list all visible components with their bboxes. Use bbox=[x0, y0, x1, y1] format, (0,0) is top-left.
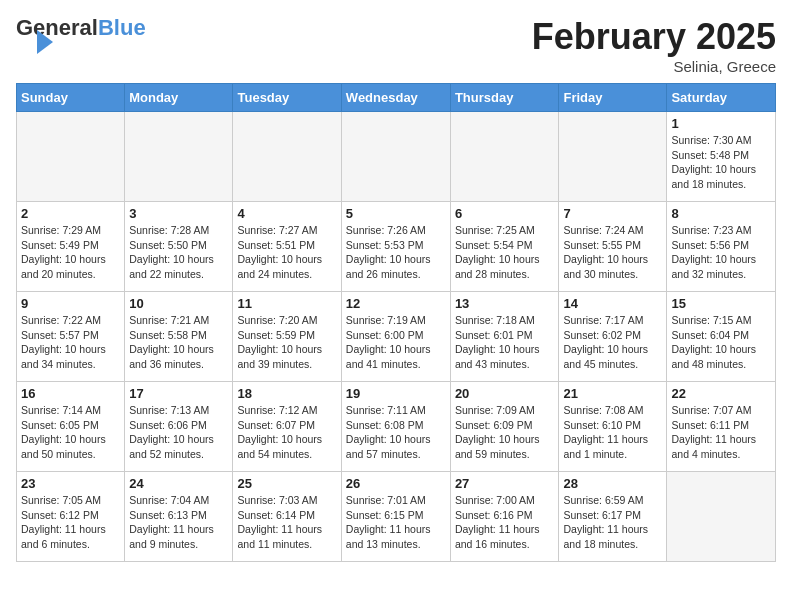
day-number: 25 bbox=[237, 476, 336, 491]
day-number: 22 bbox=[671, 386, 771, 401]
day-info: Sunrise: 7:18 AM Sunset: 6:01 PM Dayligh… bbox=[455, 313, 555, 372]
day-info: Sunrise: 7:27 AM Sunset: 5:51 PM Dayligh… bbox=[237, 223, 336, 282]
day-header-saturday: Saturday bbox=[667, 84, 776, 112]
calendar-week-2: 2Sunrise: 7:29 AM Sunset: 5:49 PM Daylig… bbox=[17, 202, 776, 292]
day-number: 23 bbox=[21, 476, 120, 491]
day-info: Sunrise: 7:20 AM Sunset: 5:59 PM Dayligh… bbox=[237, 313, 336, 372]
day-number: 2 bbox=[21, 206, 120, 221]
calendar-cell bbox=[450, 112, 559, 202]
day-info: Sunrise: 7:21 AM Sunset: 5:58 PM Dayligh… bbox=[129, 313, 228, 372]
day-number: 14 bbox=[563, 296, 662, 311]
calendar-cell: 22Sunrise: 7:07 AM Sunset: 6:11 PM Dayli… bbox=[667, 382, 776, 472]
day-info: Sunrise: 7:24 AM Sunset: 5:55 PM Dayligh… bbox=[563, 223, 662, 282]
calendar-cell: 8Sunrise: 7:23 AM Sunset: 5:56 PM Daylig… bbox=[667, 202, 776, 292]
day-number: 16 bbox=[21, 386, 120, 401]
day-number: 11 bbox=[237, 296, 336, 311]
day-info: Sunrise: 7:17 AM Sunset: 6:02 PM Dayligh… bbox=[563, 313, 662, 372]
day-header-wednesday: Wednesday bbox=[341, 84, 450, 112]
day-number: 20 bbox=[455, 386, 555, 401]
day-info: Sunrise: 7:30 AM Sunset: 5:48 PM Dayligh… bbox=[671, 133, 771, 192]
day-info: Sunrise: 7:00 AM Sunset: 6:16 PM Dayligh… bbox=[455, 493, 555, 552]
day-number: 18 bbox=[237, 386, 336, 401]
calendar-cell: 4Sunrise: 7:27 AM Sunset: 5:51 PM Daylig… bbox=[233, 202, 341, 292]
logo-arrow-icon bbox=[37, 30, 53, 54]
calendar-table: SundayMondayTuesdayWednesdayThursdayFrid… bbox=[16, 83, 776, 562]
day-number: 4 bbox=[237, 206, 336, 221]
calendar-week-5: 23Sunrise: 7:05 AM Sunset: 6:12 PM Dayli… bbox=[17, 472, 776, 562]
calendar-cell: 15Sunrise: 7:15 AM Sunset: 6:04 PM Dayli… bbox=[667, 292, 776, 382]
calendar-cell: 6Sunrise: 7:25 AM Sunset: 5:54 PM Daylig… bbox=[450, 202, 559, 292]
day-number: 27 bbox=[455, 476, 555, 491]
day-info: Sunrise: 7:04 AM Sunset: 6:13 PM Dayligh… bbox=[129, 493, 228, 552]
location-subtitle: Selinia, Greece bbox=[532, 58, 776, 75]
day-info: Sunrise: 7:13 AM Sunset: 6:06 PM Dayligh… bbox=[129, 403, 228, 462]
day-info: Sunrise: 7:09 AM Sunset: 6:09 PM Dayligh… bbox=[455, 403, 555, 462]
calendar-cell: 28Sunrise: 6:59 AM Sunset: 6:17 PM Dayli… bbox=[559, 472, 667, 562]
calendar-cell: 25Sunrise: 7:03 AM Sunset: 6:14 PM Dayli… bbox=[233, 472, 341, 562]
calendar-cell bbox=[17, 112, 125, 202]
day-number: 12 bbox=[346, 296, 446, 311]
title-block: February 2025 Selinia, Greece bbox=[532, 16, 776, 75]
day-number: 13 bbox=[455, 296, 555, 311]
day-info: Sunrise: 7:08 AM Sunset: 6:10 PM Dayligh… bbox=[563, 403, 662, 462]
day-info: Sunrise: 7:05 AM Sunset: 6:12 PM Dayligh… bbox=[21, 493, 120, 552]
calendar-cell: 24Sunrise: 7:04 AM Sunset: 6:13 PM Dayli… bbox=[125, 472, 233, 562]
calendar-cell: 1Sunrise: 7:30 AM Sunset: 5:48 PM Daylig… bbox=[667, 112, 776, 202]
logo-general-text: General bbox=[16, 15, 98, 40]
calendar-cell: 23Sunrise: 7:05 AM Sunset: 6:12 PM Dayli… bbox=[17, 472, 125, 562]
day-number: 6 bbox=[455, 206, 555, 221]
day-number: 5 bbox=[346, 206, 446, 221]
calendar-cell: 20Sunrise: 7:09 AM Sunset: 6:09 PM Dayli… bbox=[450, 382, 559, 472]
day-number: 19 bbox=[346, 386, 446, 401]
day-info: Sunrise: 7:23 AM Sunset: 5:56 PM Dayligh… bbox=[671, 223, 771, 282]
calendar-cell: 26Sunrise: 7:01 AM Sunset: 6:15 PM Dayli… bbox=[341, 472, 450, 562]
day-info: Sunrise: 7:25 AM Sunset: 5:54 PM Dayligh… bbox=[455, 223, 555, 282]
day-info: Sunrise: 7:03 AM Sunset: 6:14 PM Dayligh… bbox=[237, 493, 336, 552]
calendar-cell: 18Sunrise: 7:12 AM Sunset: 6:07 PM Dayli… bbox=[233, 382, 341, 472]
day-number: 15 bbox=[671, 296, 771, 311]
day-header-tuesday: Tuesday bbox=[233, 84, 341, 112]
day-info: Sunrise: 6:59 AM Sunset: 6:17 PM Dayligh… bbox=[563, 493, 662, 552]
day-info: Sunrise: 7:07 AM Sunset: 6:11 PM Dayligh… bbox=[671, 403, 771, 462]
calendar-cell bbox=[559, 112, 667, 202]
calendar-cell: 9Sunrise: 7:22 AM Sunset: 5:57 PM Daylig… bbox=[17, 292, 125, 382]
calendar-cell bbox=[667, 472, 776, 562]
day-header-monday: Monday bbox=[125, 84, 233, 112]
calendar-week-1: 1Sunrise: 7:30 AM Sunset: 5:48 PM Daylig… bbox=[17, 112, 776, 202]
day-info: Sunrise: 7:22 AM Sunset: 5:57 PM Dayligh… bbox=[21, 313, 120, 372]
page-header: GeneralBlue February 2025 Selinia, Greec… bbox=[16, 16, 776, 75]
day-number: 3 bbox=[129, 206, 228, 221]
month-title: February 2025 bbox=[532, 16, 776, 58]
day-info: Sunrise: 7:12 AM Sunset: 6:07 PM Dayligh… bbox=[237, 403, 336, 462]
day-info: Sunrise: 7:14 AM Sunset: 6:05 PM Dayligh… bbox=[21, 403, 120, 462]
day-number: 1 bbox=[671, 116, 771, 131]
calendar-cell: 27Sunrise: 7:00 AM Sunset: 6:16 PM Dayli… bbox=[450, 472, 559, 562]
calendar-cell: 3Sunrise: 7:28 AM Sunset: 5:50 PM Daylig… bbox=[125, 202, 233, 292]
calendar-cell: 17Sunrise: 7:13 AM Sunset: 6:06 PM Dayli… bbox=[125, 382, 233, 472]
calendar-week-4: 16Sunrise: 7:14 AM Sunset: 6:05 PM Dayli… bbox=[17, 382, 776, 472]
calendar-cell bbox=[341, 112, 450, 202]
calendar-cell: 2Sunrise: 7:29 AM Sunset: 5:49 PM Daylig… bbox=[17, 202, 125, 292]
day-header-thursday: Thursday bbox=[450, 84, 559, 112]
calendar-cell: 16Sunrise: 7:14 AM Sunset: 6:05 PM Dayli… bbox=[17, 382, 125, 472]
day-number: 26 bbox=[346, 476, 446, 491]
calendar-cell bbox=[233, 112, 341, 202]
calendar-cell: 14Sunrise: 7:17 AM Sunset: 6:02 PM Dayli… bbox=[559, 292, 667, 382]
calendar-cell bbox=[125, 112, 233, 202]
day-info: Sunrise: 7:26 AM Sunset: 5:53 PM Dayligh… bbox=[346, 223, 446, 282]
calendar-cell: 12Sunrise: 7:19 AM Sunset: 6:00 PM Dayli… bbox=[341, 292, 450, 382]
calendar-cell: 11Sunrise: 7:20 AM Sunset: 5:59 PM Dayli… bbox=[233, 292, 341, 382]
calendar-cell: 7Sunrise: 7:24 AM Sunset: 5:55 PM Daylig… bbox=[559, 202, 667, 292]
day-info: Sunrise: 7:28 AM Sunset: 5:50 PM Dayligh… bbox=[129, 223, 228, 282]
day-number: 24 bbox=[129, 476, 228, 491]
day-info: Sunrise: 7:19 AM Sunset: 6:00 PM Dayligh… bbox=[346, 313, 446, 372]
calendar-cell: 13Sunrise: 7:18 AM Sunset: 6:01 PM Dayli… bbox=[450, 292, 559, 382]
calendar-cell: 21Sunrise: 7:08 AM Sunset: 6:10 PM Dayli… bbox=[559, 382, 667, 472]
day-info: Sunrise: 7:29 AM Sunset: 5:49 PM Dayligh… bbox=[21, 223, 120, 282]
day-header-sunday: Sunday bbox=[17, 84, 125, 112]
day-number: 28 bbox=[563, 476, 662, 491]
day-header-friday: Friday bbox=[559, 84, 667, 112]
day-number: 21 bbox=[563, 386, 662, 401]
calendar-header-row: SundayMondayTuesdayWednesdayThursdayFrid… bbox=[17, 84, 776, 112]
day-number: 9 bbox=[21, 296, 120, 311]
